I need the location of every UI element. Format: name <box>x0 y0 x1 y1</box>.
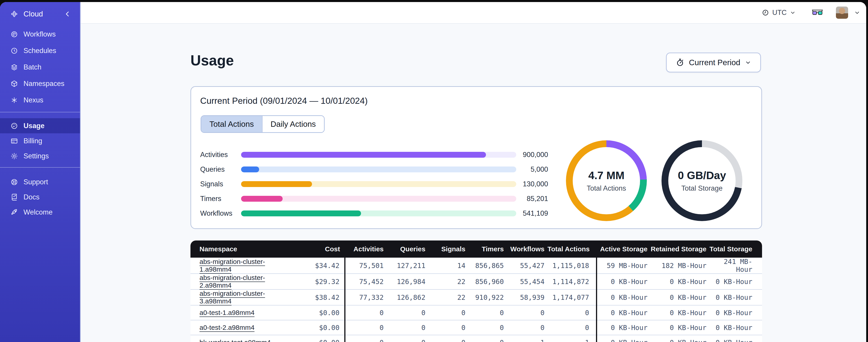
total-actions-cell: 1,114,872 <box>546 274 596 289</box>
workflows-cell: 0 <box>506 320 546 335</box>
total-storage-cell: 0 KB-Hour <box>708 289 762 305</box>
timers-cell: 856,960 <box>467 274 506 289</box>
sidebar-item-batch[interactable]: Batch <box>0 59 80 75</box>
col-namespace: Namespace <box>190 240 290 258</box>
bar-value: 130,000 <box>516 180 548 188</box>
sidebar-item-schedules[interactable]: Schedules <box>0 42 80 59</box>
sidebar-item-usage[interactable]: Usage <box>0 118 80 133</box>
donut-label: Total Storage <box>681 184 723 193</box>
bar-label: Signals <box>200 180 241 188</box>
retained-storage-cell: 0 KB-Hour <box>649 289 708 305</box>
sidebar-item-settings[interactable]: Settings <box>0 148 80 164</box>
timers-cell: 0 <box>467 305 506 320</box>
sidebar-brand: Cloud <box>0 2 80 26</box>
queries-cell: 0 <box>385 305 427 320</box>
sidebar-collapse-icon[interactable] <box>64 10 71 18</box>
namespace-link[interactable]: a0-test-2.a98mm4 <box>199 324 254 331</box>
donut-center: 0 GB/Day Total Storage <box>668 147 736 214</box>
bar-track <box>241 181 516 187</box>
timezone-selector[interactable]: UTC <box>762 8 796 17</box>
layers-icon <box>10 63 18 71</box>
gauge-icon <box>10 122 18 130</box>
sidebar-item-billing[interactable]: Billing <box>0 133 80 148</box>
activities-cell: 0 <box>345 305 385 320</box>
sidebar-item-namespaces[interactable]: Namespaces <box>0 75 80 92</box>
sidebar-item-docs[interactable]: Docs <box>0 190 80 205</box>
col-cost: Cost <box>290 240 345 258</box>
total-actions-cell: 0 <box>546 320 596 335</box>
sidebar-item-support[interactable]: Support <box>0 174 80 190</box>
namespace-link[interactable]: abs-migration-cluster-2.a98mm4 <box>199 274 265 289</box>
namespace-link[interactable]: abs-migration-cluster-3.a98mm4 <box>199 290 265 305</box>
user-avatar[interactable] <box>836 6 848 19</box>
sidebar-item-label: Nexus <box>24 96 43 104</box>
col-signals: Signals <box>427 240 467 258</box>
active-storage-cell: 0 KB-Hour <box>596 274 649 289</box>
workflows-cell: 55,427 <box>506 258 546 274</box>
table-row: abs-migration-cluster-2.a98mm4 $29.32 75… <box>190 274 762 289</box>
card-title: Current Period (09/01/2024 — 10/01/2024) <box>200 96 368 106</box>
book-icon <box>10 193 18 201</box>
namespace-link[interactable]: abs-migration-cluster-1.a98mm4 <box>199 258 265 273</box>
bar-fill <box>241 196 283 202</box>
user-menu-chevron-down-icon[interactable] <box>854 9 860 16</box>
tab-total-actions[interactable]: Total Actions <box>201 116 262 132</box>
donut-label: Total Actions <box>587 184 626 193</box>
tab-daily-actions[interactable]: Daily Actions <box>262 116 324 132</box>
sidebar-item-nexus[interactable]: Nexus <box>0 92 80 108</box>
chevron-down-icon <box>745 59 751 66</box>
bar-value: 900,000 <box>516 151 548 159</box>
bar-fill <box>241 181 312 187</box>
sidebar-item-label: Namespaces <box>24 80 64 88</box>
namespace-link[interactable]: a0-test-1.a98mm4 <box>199 309 254 316</box>
bar-row-signals: Signals 130,000 <box>200 177 548 191</box>
sidebar: Cloud Workflows Schedules Batch <box>0 2 81 342</box>
col-total-actions: Total Actions <box>546 240 596 258</box>
total-actions-donut: 4.7 MM Total Actions <box>566 140 647 221</box>
namespace-cell: a0-test-2.a98mm4 <box>190 320 290 335</box>
activities-cell: 0 <box>345 335 385 342</box>
bar-value: 541,109 <box>516 209 548 217</box>
sidebar-item-workflows[interactable]: Workflows <box>0 26 80 42</box>
namespace-usage-table: Namespace Cost Activities Queries Signal… <box>190 240 762 342</box>
cost-cell: $0.00 <box>290 320 345 335</box>
sidebar-item-label: Usage <box>24 122 44 130</box>
total-actions-cell: 1 <box>546 335 596 342</box>
queries-cell: 0 <box>385 335 427 342</box>
retained-storage-cell: 0 KB-Hour <box>649 274 708 289</box>
col-timers: Timers <box>467 240 506 258</box>
timers-cell: 856,865 <box>467 258 506 274</box>
queries-cell: 126,984 <box>385 274 427 289</box>
sidebar-item-label: Docs <box>24 193 39 201</box>
active-storage-cell: 0 KB-Hour <box>596 305 649 320</box>
bar-label: Activities <box>200 151 241 159</box>
queries-cell: 126,862 <box>385 289 427 305</box>
cost-cell: $29.32 <box>290 274 345 289</box>
col-retained-storage: Retained Storage <box>649 240 708 258</box>
bar-label: Workflows <box>200 209 241 217</box>
table-row: a0-test-1.a98mm4 $0.00 0 0 0 0 0 0 0 KB-… <box>190 305 762 320</box>
period-selector-button[interactable]: Current Period <box>666 53 761 72</box>
table-row: a0-test-2.a98mm4 $0.00 0 0 0 0 0 0 0 KB-… <box>190 320 762 335</box>
signals-cell: 22 <box>427 289 467 305</box>
glasses-icon[interactable] <box>811 9 823 16</box>
table-row: abs-migration-cluster-3.a98mm4 $38.42 77… <box>190 289 762 305</box>
col-active-storage: Active Storage <box>596 240 649 258</box>
app-window: Cloud Workflows Schedules Batch <box>0 2 866 342</box>
total-storage-cell: 0 KB-Hour <box>708 274 762 289</box>
total-storage-cell: 0 KB-Hour <box>708 335 762 342</box>
workflows-cell: 58,939 <box>506 289 546 305</box>
table-row: bk-worker-test.a98mm4 $0.00 0 0 0 0 1 1 … <box>190 335 762 342</box>
queries-cell: 127,211 <box>385 258 427 274</box>
namespace-link[interactable]: bk-worker-test.a98mm4 <box>199 339 271 342</box>
total-actions-cell: 0 <box>546 305 596 320</box>
sidebar-item-welcome[interactable]: Welcome <box>0 205 80 220</box>
signals-cell: 0 <box>427 320 467 335</box>
clock-icon <box>762 9 769 16</box>
bar-value: 5,000 <box>516 165 548 173</box>
bar-row-queries: Queries 5,000 <box>200 162 548 177</box>
retained-storage-cell: 182 MB-Hour <box>649 258 708 274</box>
sidebar-item-label: Support <box>24 178 48 186</box>
namespace-cell: abs-migration-cluster-1.a98mm4 <box>190 258 290 274</box>
retained-storage-cell: 0 KB-Hour <box>649 320 708 335</box>
